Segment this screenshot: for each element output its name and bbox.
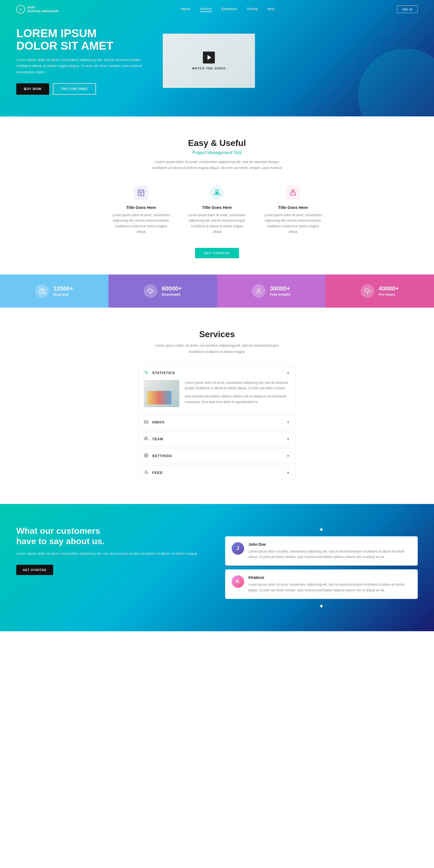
stat-downloads: 60000+ Downloads (108, 275, 217, 308)
nav-links: Home Service Extension Pricing Help (181, 7, 275, 12)
stat-label-business: Business (53, 292, 73, 297)
accordion-header-left-team: TEAM (144, 436, 163, 442)
easy-useful-subtitle: Project Management Tool (16, 150, 418, 155)
stat-number-downloads: 60000+ (162, 286, 182, 291)
accordion-header-feed[interactable]: FEED ▼ (138, 466, 296, 480)
stat-icon-building (35, 284, 49, 298)
play-button[interactable] (203, 52, 215, 63)
logo-text: DART SERVICE MANAGER (27, 5, 58, 13)
easy-useful-description: Lorem ipsum dolor sit amet, consectetur … (149, 159, 285, 171)
try-free-button[interactable]: TRY FOR FREE (53, 83, 96, 95)
accordion-item-team: TEAM ▼ (138, 432, 296, 446)
get-started-button[interactable]: GET STARTED (195, 248, 239, 258)
accordion-header-left-statistics: STATISTICS (144, 370, 175, 376)
feature-title-1: Title Goes Here (111, 205, 171, 210)
feed-title: FEED (152, 471, 163, 475)
testimonial-content-1: John Doe Lorem ipsum dolor sit amet, con… (248, 542, 411, 560)
team-icon (144, 436, 148, 442)
feature-title-2: Title Goes Here (187, 205, 247, 210)
feature-icon-1 (133, 184, 149, 201)
stat-prousers: 40000+ Pro Users (326, 275, 434, 308)
inbox-title: INBOX (152, 420, 165, 424)
feature-card-3: Title Goes Here Lorem ipsum dolor sit am… (263, 184, 323, 235)
calendar-icon (134, 186, 148, 199)
feed-icon (144, 470, 148, 475)
easy-useful-section: Easy & Useful Project Management Tool Lo… (0, 116, 434, 275)
hero-title: LOREM IPSUM DOLOR SIT AMET (16, 27, 147, 52)
accordion-header-settings[interactable]: SETTINGS ▼ (138, 449, 296, 463)
testimonials-chevron-up[interactable]: ▲ (225, 526, 418, 532)
watch-label: WATCH THE VIDEO (192, 67, 226, 70)
accordion-header-left-settings: SETTINGS (144, 453, 172, 459)
testimonials-right: ▲ J John Doe Lorem ipsum dolor sit amet,… (225, 526, 418, 610)
nav-pricing[interactable]: Pricing (247, 7, 258, 12)
testimonials-description: Lorem ipsum dolor sit amet, consectetur … (16, 551, 209, 557)
feature-icon-3 (285, 184, 301, 201)
buy-now-button[interactable]: BUY NOW (16, 83, 49, 95)
stat-label-prousers: Pro Users (379, 292, 399, 297)
testimonials-chevron-down[interactable]: ▼ (225, 603, 418, 610)
accordion-item-statistics: STATISTICS ▼ Lorem ipsum dolor sit amet,… (138, 366, 296, 413)
nav-extension[interactable]: Extension (222, 7, 237, 12)
avatar-initial-1: J (231, 542, 244, 555)
feature-card-2: Title Goes Here Lorem ipsum dolor sit am… (187, 184, 247, 235)
video-box[interactable]: WATCH THE VIDEO (163, 34, 255, 88)
settings-chevron: ▼ (286, 454, 290, 458)
logo-icon: ◎ (16, 5, 25, 13)
stat-text-prousers: 40000+ Pro Users (379, 286, 399, 297)
svg-rect-7 (216, 193, 218, 194)
stat-label-downloads: Downloads (162, 292, 182, 297)
feature-title-3: Title Goes Here (263, 205, 323, 210)
services-accordion: STATISTICS ▼ Lorem ipsum dolor sit amet,… (138, 366, 296, 480)
testimonials-left: What our customers have to say about us.… (16, 526, 209, 575)
stat-label-installs: Free Installs (270, 292, 290, 297)
feature-desc-1: Lorem ipsum dolor sit amet, consectetur … (111, 212, 171, 235)
nav-help[interactable]: Help (267, 7, 275, 12)
testimonial-text-1: Lorem ipsum dolor sit amet, consectetur … (248, 549, 411, 560)
settings-title: SETTINGS (152, 454, 172, 458)
services-section: Services Lorem ipsum dolor sit amet, con… (0, 308, 434, 504)
services-heading: Services (16, 329, 418, 339)
accordion-item-feed: FEED ▼ (138, 465, 296, 480)
testimonials-get-started-button[interactable]: GET STARTED (16, 565, 53, 575)
stat-installs: 30000+ Free Installs (217, 275, 326, 308)
hero-description: Lorem ipsum dolor sit amet, consectetur … (16, 57, 147, 75)
feed-chevron: ▼ (286, 471, 290, 475)
stat-icon-download (144, 284, 157, 298)
accordion-header-team[interactable]: TEAM ▼ (138, 432, 296, 446)
testimonial-text-2: Lorem ipsum dolor sit amet, consectetur … (248, 582, 411, 593)
accordion-header-left-inbox: INBOX (144, 420, 165, 425)
statistics-text: Lorem ipsum dolor sit amet, consectetur … (185, 380, 290, 407)
accordion-body-statistics: Lorem ipsum dolor sit amet, consectetur … (138, 380, 296, 412)
accordion-header-statistics[interactable]: STATISTICS ▼ (138, 366, 296, 380)
easy-useful-heading: Easy & Useful (16, 138, 418, 148)
signup-button[interactable]: sign up (397, 5, 418, 13)
stat-icon-user (252, 284, 266, 298)
accordion-header-inbox[interactable]: INBOX ▼ (138, 415, 296, 429)
stat-icon-prousers (361, 284, 374, 298)
feature-icon-2 (209, 184, 225, 201)
inbox-chevron: ▼ (286, 420, 290, 425)
hero-buttons: BUY NOW TRY FOR FREE (16, 83, 147, 95)
svg-point-18 (145, 473, 145, 474)
hero-content: LOREM IPSUM DOLOR SIT AMET Lorem ipsum d… (16, 27, 147, 95)
navbar: ◎ DART SERVICE MANAGER Home Service Exte… (0, 0, 434, 19)
hero-video: WATCH THE VIDEO (163, 34, 255, 88)
testimonial-name-2: Khalessi (248, 575, 411, 580)
statistics-image (144, 380, 179, 407)
nav-service[interactable]: Service (200, 7, 212, 12)
team-chevron: ▼ (286, 437, 290, 441)
stat-number-prousers: 40000+ (379, 286, 399, 291)
svg-point-17 (146, 455, 147, 456)
logo[interactable]: ◎ DART SERVICE MANAGER (16, 5, 58, 13)
feature-card-1: Title Goes Here Lorem ipsum dolor sit am… (111, 184, 171, 235)
statistics-chevron: ▼ (286, 371, 290, 375)
feature-desc-2: Lorem ipsum dolor sit amet, consectetur … (187, 212, 247, 235)
testimonials-heading: What our customers have to say about us. (16, 526, 209, 547)
nav-home[interactable]: Home (181, 7, 190, 12)
testimonial-avatar-2: K (231, 575, 244, 588)
stat-text-installs: 30000+ Free Installs (270, 286, 290, 297)
stat-text-business: 12000+ Business (53, 286, 73, 297)
accordion-header-left-feed: FEED (144, 470, 163, 475)
testimonial-name-1: John Doe (248, 542, 411, 547)
